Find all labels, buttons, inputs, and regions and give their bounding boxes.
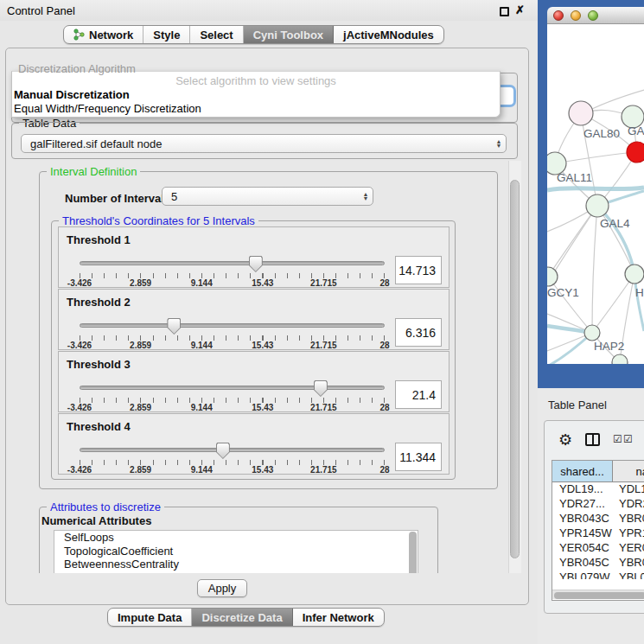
column-header-name[interactable]: na [613, 461, 644, 481]
table-row[interactable]: YBR045CYBR0 [552, 556, 644, 571]
tick-label: -3.426 [67, 341, 92, 350]
cell-name[interactable]: YBL0 [613, 571, 644, 579]
scrollbar-thumb[interactable] [510, 180, 520, 558]
table-row[interactable]: YPR145WYPR1 [552, 526, 644, 541]
network-node[interactable] [584, 325, 600, 341]
table-data-combo[interactable]: galFiltered.sif default node ▲▼ [21, 134, 507, 153]
horizontal-scrollbar-thumb[interactable] [554, 592, 644, 599]
network-node[interactable] [625, 265, 644, 284]
cell-name[interactable]: YDL1 [613, 482, 644, 497]
node-label: GA [628, 124, 644, 137]
network-canvas[interactable]: GAL80GAGAL11GAL4GCY1HHAP2 [547, 24, 644, 364]
tick-label: 2.859 [130, 278, 151, 288]
cell-name[interactable]: YBR0 [613, 512, 644, 526]
attributes-group-title: Attributes to discretize [47, 501, 164, 513]
slider-track[interactable] [80, 448, 385, 452]
slider-thumb[interactable] [249, 256, 263, 272]
threshold-slider[interactable]: -3.4262.8599.14415.4321.71528 [80, 317, 385, 350]
threshold-value-field[interactable]: 6.316 [395, 318, 442, 347]
number-of-intervals-combo[interactable]: 5 ▲▼ [162, 187, 373, 206]
slider-track[interactable] [80, 386, 385, 390]
table-row[interactable]: YER054CYER0 [552, 541, 644, 556]
tick-label: 15.43 [252, 278, 273, 288]
tab-cyni-toolbox[interactable]: Cyni Toolbox [244, 26, 334, 43]
cell-name[interactable]: YER0 [613, 541, 644, 556]
zoom-traffic-light[interactable] [588, 10, 598, 21]
threshold-label: Threshold 2 [67, 296, 131, 309]
table-data-combo-value: galFiltered.sif default node [22, 137, 492, 150]
cell-shared-name[interactable]: YDL19... [552, 482, 613, 497]
network-icon [73, 29, 85, 41]
column-header-shared-name[interactable]: shared... [552, 461, 613, 481]
table-row[interactable]: YDR27...YDR2 [552, 497, 644, 512]
stepper-arrows-icon[interactable]: ▲▼ [492, 135, 506, 152]
checkbox-icon[interactable]: ☑ [613, 433, 622, 445]
numerical-attributes-label: Numerical Attributes [41, 514, 151, 527]
minimize-traffic-light[interactable] [571, 10, 581, 21]
cell-shared-name[interactable]: YER054C [552, 541, 613, 556]
network-node[interactable] [586, 194, 609, 217]
network-node[interactable] [569, 101, 593, 125]
split-columns-icon[interactable] [585, 433, 600, 446]
network-window-titlebar[interactable] [547, 7, 644, 24]
slider-tick-labels: -3.4262.8599.14415.4321.71528 [80, 403, 385, 413]
cell-shared-name[interactable]: YBL079W [552, 571, 613, 579]
node-label: H [635, 286, 644, 299]
table-row[interactable]: YBR043CYBR0 [552, 512, 644, 526]
threshold-value-field[interactable]: 21.4 [395, 380, 442, 409]
algorithm-option-manual[interactable]: Manual Discretization [14, 88, 130, 101]
slider-thumb[interactable] [167, 318, 181, 335]
tab-impute-data[interactable]: Impute Data [108, 609, 192, 626]
threshold-slider[interactable]: -3.4262.8599.14415.4321.71528 [80, 442, 385, 475]
slider-tick-labels: -3.4262.8599.14415.4321.71528 [80, 465, 385, 475]
tab-style[interactable]: Style [143, 26, 190, 43]
cell-name[interactable]: YBR0 [613, 556, 644, 571]
table-panel-toolbar: ⚙ ☑ ☑ [545, 421, 644, 459]
threshold-slider[interactable]: -3.4262.8599.14415.4321.71528 [80, 255, 385, 288]
cell-name[interactable]: YPR1 [613, 526, 644, 541]
threshold-panel-2: Threshold 2 -3.4262.8599.14415.4321.7152… [58, 289, 450, 350]
slider-thumb[interactable] [216, 443, 230, 459]
cell-shared-name[interactable]: YPR145W [552, 526, 613, 541]
threshold-value-field[interactable]: 11.344 [395, 443, 442, 471]
attribute-list-item[interactable]: BetweennessCentrality [54, 558, 418, 571]
apply-button[interactable]: Apply [197, 579, 247, 597]
scrollbar-track[interactable] [508, 161, 521, 573]
float-window-icon[interactable] [500, 7, 509, 16]
threshold-slider[interactable]: -3.4262.8599.14415.4321.71528 [80, 379, 385, 412]
thresholds-group-title: Threshold's Coordinates for 5 Intervals [59, 214, 258, 227]
attributes-group: Attributes to discretize Numerical Attri… [39, 507, 438, 573]
list-scrollbar[interactable] [409, 532, 417, 573]
horizontal-scrollbar[interactable] [552, 590, 644, 599]
close-traffic-light[interactable] [553, 10, 564, 21]
tab-discretize-data[interactable]: Discretize Data [192, 609, 292, 626]
cell-shared-name[interactable]: YDR27... [552, 497, 613, 512]
stepper-arrows-icon[interactable]: ▲▼ [359, 188, 373, 205]
network-node[interactable] [612, 354, 628, 364]
cell-shared-name[interactable]: YBR043C [552, 512, 613, 526]
slider-track[interactable] [80, 323, 385, 328]
tick-label: 28 [379, 278, 389, 288]
network-node[interactable] [627, 142, 644, 163]
tab-jactivemnodules[interactable]: jActiveMNodules [334, 26, 443, 43]
tab-infer-network[interactable]: Infer Network [293, 609, 384, 626]
close-icon[interactable]: ✗ [515, 3, 525, 16]
tab-select[interactable]: Select [190, 26, 243, 43]
slider-track[interactable] [80, 261, 385, 265]
tab-network[interactable]: Network [64, 26, 143, 43]
tick-label: 21.715 [310, 341, 337, 350]
tick-label: 28 [379, 465, 389, 475]
table-row[interactable]: YDL19...YDL1 [552, 482, 644, 497]
cell-name[interactable]: YDR2 [613, 497, 644, 512]
numerical-attributes-list[interactable]: SelfLoopsTopologicalCoefficientBetweenne… [54, 530, 418, 573]
node-label: GCY1 [547, 286, 579, 299]
threshold-value-field[interactable]: 14.713 [395, 256, 442, 284]
gear-icon[interactable]: ⚙ [558, 430, 572, 450]
attribute-list-item[interactable]: TopologicalCoefficient [54, 545, 418, 558]
slider-thumb[interactable] [314, 380, 328, 397]
table-row[interactable]: YBL079WYBL0 [552, 571, 644, 579]
checkbox-icon[interactable]: ☑ [623, 433, 633, 445]
attribute-list-item[interactable]: SelfLoops [54, 531, 418, 545]
cell-shared-name[interactable]: YBR045C [552, 556, 613, 571]
algorithm-option-equal-width[interactable]: Equal Width/Frequency Discretization [14, 102, 201, 115]
